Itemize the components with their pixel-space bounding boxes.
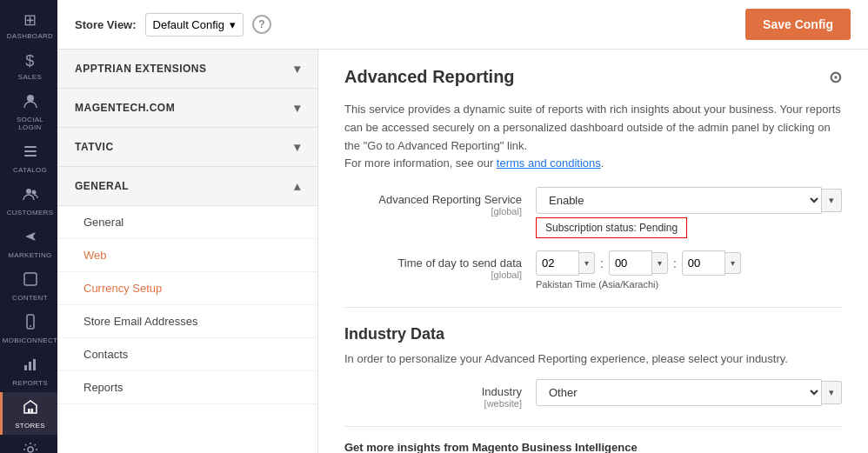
store-view-label: Store View: (75, 18, 137, 31)
min1-input[interactable]: 00 (609, 250, 652, 276)
industry-select[interactable]: Other (536, 379, 822, 406)
topbar: Store View: Default Config ▾ ? Save Conf… (57, 0, 868, 50)
hour-input[interactable]: 02 (536, 250, 579, 276)
svg-rect-12 (28, 409, 30, 413)
sidebar-item-catalog[interactable]: Catalog (0, 137, 57, 179)
main-content: Store View: Default Config ▾ ? Save Conf… (57, 0, 868, 453)
sidebar-item-label: Customers (7, 209, 54, 217)
social-login-icon (23, 93, 38, 113)
mobiconnect-icon (23, 314, 38, 334)
nav-section-tatvic-label: TATVIC (75, 141, 114, 153)
chevron-up-icon: ▴ (294, 179, 301, 193)
time-row: Time of day to send data [global] 02 ▾ :… (344, 250, 842, 290)
svg-rect-11 (33, 359, 36, 370)
service-select[interactable]: Enable (536, 187, 822, 214)
sidebar-item-mobiconnect[interactable]: Mobiconnect (0, 307, 57, 350)
chevron-down-icon: ▾ (294, 62, 301, 76)
nav-section-apptrian[interactable]: APPTRIAN EXTENSIONS ▾ (57, 50, 317, 89)
min2-dropdown-btn[interactable]: ▾ (725, 252, 741, 274)
chevron-down-icon: ▾ (230, 18, 236, 31)
right-panel: Advanced Reporting ⊙ This service provid… (318, 50, 868, 453)
nav-item-general[interactable]: General (57, 206, 317, 239)
svg-point-8 (30, 325, 31, 327)
industry-label: Industry [website] (344, 379, 536, 409)
chevron-down-icon: ▾ (294, 140, 301, 154)
nav-item-store-email[interactable]: Store Email Addresses (57, 305, 317, 338)
hour-select-wrap: 02 ▾ (536, 250, 595, 276)
sidebar-item-customers[interactable]: Customers (0, 179, 57, 222)
content-area: APPTRIAN EXTENSIONS ▾ MAGENTECH.COM ▾ TA… (57, 50, 868, 453)
mbi-title: Get more insights from Magento Business … (344, 441, 842, 453)
industry-select-wrap: Other ▾ (536, 379, 842, 406)
sidebar-item-dashboard[interactable]: ⊞ Dashboard (0, 3, 57, 45)
terms-link[interactable]: terms and conditions (497, 157, 601, 170)
svg-rect-13 (30, 409, 33, 413)
nav-section-general[interactable]: GENERAL ▴ (57, 167, 317, 206)
help-icon[interactable]: ? (252, 15, 271, 34)
store-view-select[interactable]: Default Config ▾ (145, 13, 244, 37)
min2-select-wrap: 00 ▾ (682, 250, 741, 276)
nav-section-general-label: GENERAL (75, 180, 129, 192)
sidebar: ⊞ Dashboard $ Sales Social Login Catalog… (0, 0, 57, 453)
svg-rect-1 (24, 146, 37, 148)
min1-dropdown-btn[interactable]: ▾ (652, 252, 668, 274)
service-label: Advanced Reporting Service [global] (344, 187, 536, 217)
sidebar-item-system[interactable]: System (0, 435, 57, 453)
sidebar-item-social-login[interactable]: Social Login (0, 86, 57, 137)
nav-item-contacts[interactable]: Contacts (57, 338, 317, 371)
sidebar-item-label: Marketing (8, 251, 51, 259)
svg-rect-6 (24, 273, 37, 285)
timezone-text: Pakistan Time (Asia/Karachi) (536, 279, 842, 290)
service-control: Enable ▾ Subscription status: Pending (536, 187, 842, 238)
sales-icon: $ (25, 52, 34, 70)
nav-section-apptrian-label: APPTRIAN EXTENSIONS (75, 63, 207, 75)
save-config-button[interactable]: Save Config (745, 9, 851, 40)
sidebar-item-stores[interactable]: Stores (0, 392, 57, 435)
store-view-row: Store View: Default Config ▾ ? (75, 13, 271, 37)
nav-item-currency-setup[interactable]: Currency Setup (57, 272, 317, 305)
collapse-button[interactable]: ⊙ (829, 68, 842, 87)
nav-section-magentech[interactable]: MAGENTECH.COM ▾ (57, 89, 317, 128)
industry-desc: In order to personalize your Advanced Re… (344, 352, 842, 365)
sidebar-item-marketing[interactable]: Marketing (0, 222, 57, 264)
industry-section-title: Industry Data (344, 325, 842, 343)
min1-select-wrap: 00 ▾ (609, 250, 668, 276)
reporting-service-row: Advanced Reporting Service [global] Enab… (344, 187, 842, 238)
sidebar-item-label: Social Login (6, 116, 54, 131)
store-view-value: Default Config (153, 18, 224, 31)
industry-row: Industry [website] Other ▾ (344, 379, 842, 409)
industry-select-btn[interactable]: ▾ (822, 381, 842, 404)
svg-point-14 (28, 447, 33, 452)
svg-rect-10 (29, 362, 31, 370)
mbi-section: Get more insights from Magento Business … (344, 426, 842, 453)
nav-item-reports[interactable]: Reports (57, 371, 317, 404)
sidebar-item-sales[interactable]: $ Sales (0, 45, 57, 86)
customers-icon (23, 186, 38, 206)
dashboard-icon: ⊞ (23, 10, 37, 30)
service-select-btn[interactable]: ▾ (822, 189, 842, 212)
sidebar-item-label: Dashboard (7, 32, 53, 40)
subscription-status-badge: Subscription status: Pending (536, 217, 687, 238)
time-separator-1: : (598, 256, 605, 270)
sidebar-item-label: Sales (18, 73, 42, 81)
sidebar-item-label: Mobiconnect (3, 336, 57, 344)
nav-item-web-link[interactable]: Web (83, 249, 107, 262)
nav-item-web[interactable]: Web (57, 239, 317, 272)
service-select-wrap: Enable ▾ (536, 187, 842, 214)
advanced-reporting-section: Advanced Reporting ⊙ (344, 67, 842, 87)
time-inputs: 02 ▾ : 00 ▾ : 00 ▾ (536, 250, 842, 276)
nav-section-tatvic[interactable]: TATVIC ▾ (57, 128, 317, 167)
sidebar-item-label: Content (12, 294, 48, 302)
system-icon (23, 442, 38, 453)
sidebar-item-label: Reports (12, 379, 48, 387)
sidebar-item-reports[interactable]: Reports (0, 350, 57, 392)
sidebar-item-content[interactable]: Content (0, 264, 57, 307)
time-separator-2: : (671, 256, 678, 270)
min2-input[interactable]: 00 (682, 250, 725, 276)
marketing-icon (23, 229, 38, 249)
content-icon (23, 271, 38, 291)
hour-dropdown-btn[interactable]: ▾ (579, 252, 595, 274)
stores-icon (23, 399, 38, 419)
section-divider (344, 307, 842, 308)
sidebar-item-label: Stores (15, 422, 45, 430)
